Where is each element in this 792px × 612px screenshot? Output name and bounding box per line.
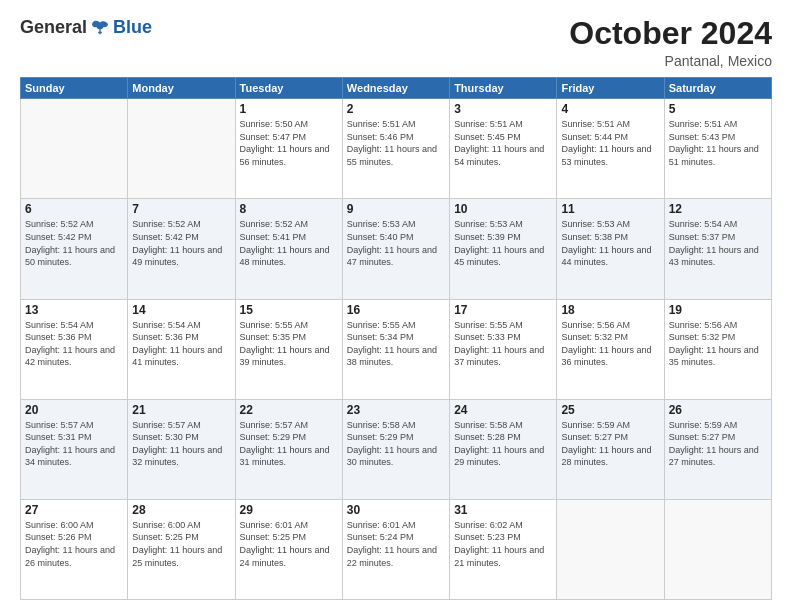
day-info: Sunrise: 5:50 AM Sunset: 5:47 PM Dayligh… xyxy=(240,118,338,168)
calendar-cell: 23Sunrise: 5:58 AM Sunset: 5:29 PM Dayli… xyxy=(342,399,449,499)
day-number: 31 xyxy=(454,503,552,517)
weekday-header-monday: Monday xyxy=(128,78,235,99)
calendar-week-row: 20Sunrise: 5:57 AM Sunset: 5:31 PM Dayli… xyxy=(21,399,772,499)
calendar-cell xyxy=(557,499,664,599)
calendar-cell: 9Sunrise: 5:53 AM Sunset: 5:40 PM Daylig… xyxy=(342,199,449,299)
page: General Blue October 2024 Pantanal, Mexi… xyxy=(0,0,792,612)
day-number: 23 xyxy=(347,403,445,417)
calendar-cell: 12Sunrise: 5:54 AM Sunset: 5:37 PM Dayli… xyxy=(664,199,771,299)
calendar-cell: 11Sunrise: 5:53 AM Sunset: 5:38 PM Dayli… xyxy=(557,199,664,299)
calendar-cell: 4Sunrise: 5:51 AM Sunset: 5:44 PM Daylig… xyxy=(557,99,664,199)
calendar-cell xyxy=(128,99,235,199)
day-info: Sunrise: 5:51 AM Sunset: 5:45 PM Dayligh… xyxy=(454,118,552,168)
day-info: Sunrise: 5:59 AM Sunset: 5:27 PM Dayligh… xyxy=(561,419,659,469)
calendar-cell xyxy=(664,499,771,599)
calendar-cell: 10Sunrise: 5:53 AM Sunset: 5:39 PM Dayli… xyxy=(450,199,557,299)
day-info: Sunrise: 6:02 AM Sunset: 5:23 PM Dayligh… xyxy=(454,519,552,569)
calendar-week-row: 1Sunrise: 5:50 AM Sunset: 5:47 PM Daylig… xyxy=(21,99,772,199)
day-info: Sunrise: 5:53 AM Sunset: 5:38 PM Dayligh… xyxy=(561,218,659,268)
calendar-cell: 19Sunrise: 5:56 AM Sunset: 5:32 PM Dayli… xyxy=(664,299,771,399)
weekday-header-tuesday: Tuesday xyxy=(235,78,342,99)
day-number: 13 xyxy=(25,303,123,317)
weekday-header-friday: Friday xyxy=(557,78,664,99)
calendar-week-row: 6Sunrise: 5:52 AM Sunset: 5:42 PM Daylig… xyxy=(21,199,772,299)
logo-bird-icon xyxy=(89,16,111,38)
calendar-week-row: 13Sunrise: 5:54 AM Sunset: 5:36 PM Dayli… xyxy=(21,299,772,399)
day-info: Sunrise: 5:53 AM Sunset: 5:39 PM Dayligh… xyxy=(454,218,552,268)
calendar-cell: 15Sunrise: 5:55 AM Sunset: 5:35 PM Dayli… xyxy=(235,299,342,399)
calendar-cell: 13Sunrise: 5:54 AM Sunset: 5:36 PM Dayli… xyxy=(21,299,128,399)
calendar-cell: 22Sunrise: 5:57 AM Sunset: 5:29 PM Dayli… xyxy=(235,399,342,499)
month-title: October 2024 xyxy=(569,16,772,51)
day-number: 24 xyxy=(454,403,552,417)
day-info: Sunrise: 5:52 AM Sunset: 5:42 PM Dayligh… xyxy=(25,218,123,268)
logo: General Blue xyxy=(20,16,152,38)
day-number: 27 xyxy=(25,503,123,517)
location: Pantanal, Mexico xyxy=(569,53,772,69)
calendar-cell: 18Sunrise: 5:56 AM Sunset: 5:32 PM Dayli… xyxy=(557,299,664,399)
calendar-cell: 2Sunrise: 5:51 AM Sunset: 5:46 PM Daylig… xyxy=(342,99,449,199)
day-number: 12 xyxy=(669,202,767,216)
calendar-cell xyxy=(21,99,128,199)
day-info: Sunrise: 5:57 AM Sunset: 5:30 PM Dayligh… xyxy=(132,419,230,469)
calendar-cell: 26Sunrise: 5:59 AM Sunset: 5:27 PM Dayli… xyxy=(664,399,771,499)
day-info: Sunrise: 5:55 AM Sunset: 5:33 PM Dayligh… xyxy=(454,319,552,369)
day-number: 3 xyxy=(454,102,552,116)
day-number: 26 xyxy=(669,403,767,417)
day-number: 11 xyxy=(561,202,659,216)
day-number: 20 xyxy=(25,403,123,417)
day-number: 1 xyxy=(240,102,338,116)
day-number: 21 xyxy=(132,403,230,417)
calendar-cell: 6Sunrise: 5:52 AM Sunset: 5:42 PM Daylig… xyxy=(21,199,128,299)
day-info: Sunrise: 5:53 AM Sunset: 5:40 PM Dayligh… xyxy=(347,218,445,268)
day-info: Sunrise: 5:54 AM Sunset: 5:37 PM Dayligh… xyxy=(669,218,767,268)
day-info: Sunrise: 5:52 AM Sunset: 5:42 PM Dayligh… xyxy=(132,218,230,268)
day-info: Sunrise: 5:55 AM Sunset: 5:35 PM Dayligh… xyxy=(240,319,338,369)
day-info: Sunrise: 5:57 AM Sunset: 5:31 PM Dayligh… xyxy=(25,419,123,469)
day-number: 16 xyxy=(347,303,445,317)
day-info: Sunrise: 6:01 AM Sunset: 5:24 PM Dayligh… xyxy=(347,519,445,569)
day-number: 9 xyxy=(347,202,445,216)
calendar-cell: 25Sunrise: 5:59 AM Sunset: 5:27 PM Dayli… xyxy=(557,399,664,499)
weekday-header-saturday: Saturday xyxy=(664,78,771,99)
calendar-cell: 29Sunrise: 6:01 AM Sunset: 5:25 PM Dayli… xyxy=(235,499,342,599)
day-number: 25 xyxy=(561,403,659,417)
logo-blue-text: Blue xyxy=(113,17,152,38)
calendar-cell: 30Sunrise: 6:01 AM Sunset: 5:24 PM Dayli… xyxy=(342,499,449,599)
day-info: Sunrise: 5:58 AM Sunset: 5:29 PM Dayligh… xyxy=(347,419,445,469)
day-number: 8 xyxy=(240,202,338,216)
day-info: Sunrise: 5:58 AM Sunset: 5:28 PM Dayligh… xyxy=(454,419,552,469)
calendar-cell: 21Sunrise: 5:57 AM Sunset: 5:30 PM Dayli… xyxy=(128,399,235,499)
weekday-header-wednesday: Wednesday xyxy=(342,78,449,99)
day-number: 19 xyxy=(669,303,767,317)
day-info: Sunrise: 6:01 AM Sunset: 5:25 PM Dayligh… xyxy=(240,519,338,569)
day-number: 4 xyxy=(561,102,659,116)
calendar-cell: 28Sunrise: 6:00 AM Sunset: 5:25 PM Dayli… xyxy=(128,499,235,599)
calendar-cell: 24Sunrise: 5:58 AM Sunset: 5:28 PM Dayli… xyxy=(450,399,557,499)
day-number: 30 xyxy=(347,503,445,517)
calendar-table: SundayMondayTuesdayWednesdayThursdayFrid… xyxy=(20,77,772,600)
day-info: Sunrise: 5:56 AM Sunset: 5:32 PM Dayligh… xyxy=(669,319,767,369)
calendar-cell: 8Sunrise: 5:52 AM Sunset: 5:41 PM Daylig… xyxy=(235,199,342,299)
day-info: Sunrise: 5:51 AM Sunset: 5:43 PM Dayligh… xyxy=(669,118,767,168)
day-info: Sunrise: 5:57 AM Sunset: 5:29 PM Dayligh… xyxy=(240,419,338,469)
calendar-cell: 16Sunrise: 5:55 AM Sunset: 5:34 PM Dayli… xyxy=(342,299,449,399)
day-number: 10 xyxy=(454,202,552,216)
calendar-cell: 7Sunrise: 5:52 AM Sunset: 5:42 PM Daylig… xyxy=(128,199,235,299)
day-info: Sunrise: 5:54 AM Sunset: 5:36 PM Dayligh… xyxy=(25,319,123,369)
day-info: Sunrise: 5:51 AM Sunset: 5:44 PM Dayligh… xyxy=(561,118,659,168)
day-info: Sunrise: 5:51 AM Sunset: 5:46 PM Dayligh… xyxy=(347,118,445,168)
day-number: 6 xyxy=(25,202,123,216)
title-section: October 2024 Pantanal, Mexico xyxy=(569,16,772,69)
header: General Blue October 2024 Pantanal, Mexi… xyxy=(20,16,772,69)
calendar-cell: 31Sunrise: 6:02 AM Sunset: 5:23 PM Dayli… xyxy=(450,499,557,599)
day-number: 18 xyxy=(561,303,659,317)
calendar-cell: 20Sunrise: 5:57 AM Sunset: 5:31 PM Dayli… xyxy=(21,399,128,499)
calendar-cell: 14Sunrise: 5:54 AM Sunset: 5:36 PM Dayli… xyxy=(128,299,235,399)
logo-general-text: General xyxy=(20,17,87,38)
day-number: 5 xyxy=(669,102,767,116)
day-info: Sunrise: 5:59 AM Sunset: 5:27 PM Dayligh… xyxy=(669,419,767,469)
day-info: Sunrise: 5:52 AM Sunset: 5:41 PM Dayligh… xyxy=(240,218,338,268)
weekday-header-sunday: Sunday xyxy=(21,78,128,99)
day-number: 7 xyxy=(132,202,230,216)
